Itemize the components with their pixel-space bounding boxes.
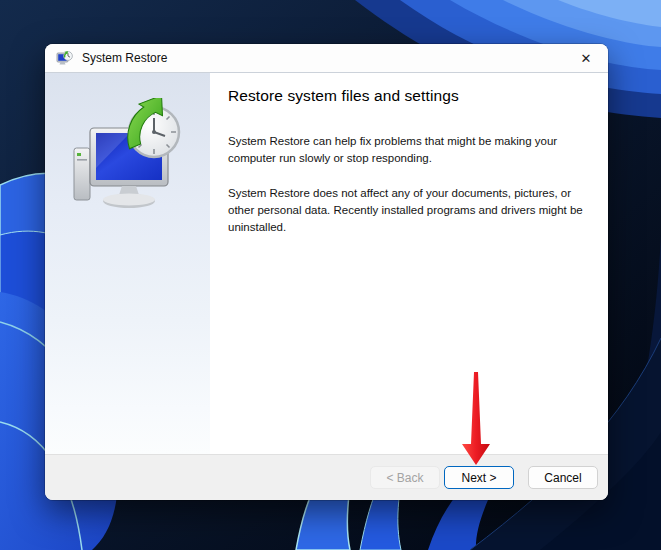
window-title: System Restore bbox=[82, 51, 167, 65]
next-button[interactable]: Next > bbox=[444, 466, 514, 489]
wizard-paragraph-1: System Restore can help fix problems tha… bbox=[228, 133, 584, 168]
titlebar[interactable]: System Restore ✕ bbox=[45, 44, 608, 73]
close-button[interactable]: ✕ bbox=[564, 44, 608, 73]
wizard-content: Restore system files and settings System… bbox=[210, 73, 608, 454]
wizard-heading: Restore system files and settings bbox=[228, 87, 588, 105]
cancel-button[interactable]: Cancel bbox=[528, 466, 598, 489]
system-restore-small-icon bbox=[56, 50, 73, 67]
close-icon: ✕ bbox=[581, 51, 592, 66]
back-button[interactable]: < Back bbox=[370, 466, 440, 489]
wizard-sidebar bbox=[45, 73, 210, 454]
wizard-paragraph-2: System Restore does not affect any of yo… bbox=[228, 185, 584, 237]
system-restore-window: System Restore ✕ bbox=[45, 44, 608, 500]
wizard-footer: < Back Next > Cancel bbox=[45, 454, 608, 500]
system-restore-clock-icon bbox=[68, 98, 188, 218]
wizard-body: Restore system files and settings System… bbox=[45, 73, 608, 454]
desktop: { "desktop": { "wallpaper": "windows-11-… bbox=[0, 0, 661, 550]
